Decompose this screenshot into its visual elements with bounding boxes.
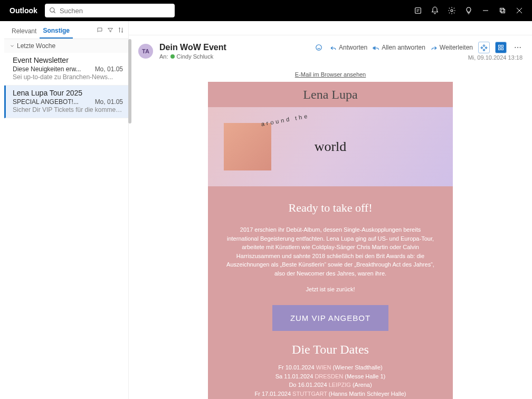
tour-date-row: Sa 11.01.2024 DRESDEN (Messe Halle 1) (208, 372, 453, 381)
hero-arc-text: around the (261, 112, 310, 127)
note-icon[interactable] (410, 0, 426, 21)
svg-rect-10 (499, 45, 501, 48)
presence-icon (170, 54, 175, 59)
subline: Jetzt ist sie zurück! (208, 281, 453, 298)
hero-image: around the world (208, 107, 453, 186)
grid-icon[interactable] (495, 42, 507, 53)
titlebar: Outlook (0, 0, 532, 21)
svg-point-3 (451, 10, 453, 12)
mail-list-pane: Relevant Sonstige Letzte Woche Event New… (4, 21, 129, 399)
tour-date-row: Fr 10.01.2024 WIEN (Wiener Stadthalle) (208, 363, 453, 372)
svg-rect-11 (501, 45, 504, 48)
mail-sender: Event Newsletter (13, 56, 123, 64)
tour-date-row: Fr 17.01.2024 STUTTGART (Hanns Martin Sc… (208, 390, 453, 398)
hero-square (224, 123, 271, 170)
hero-script-text: world (315, 139, 347, 155)
section-label: Letzte Woche (17, 42, 55, 50)
svg-point-9 (316, 45, 322, 51)
gear-icon[interactable] (443, 0, 460, 21)
svg-rect-2 (415, 8, 421, 14)
search-wrap (45, 4, 175, 17)
minimize-icon[interactable] (477, 0, 494, 21)
more-icon[interactable]: ⋯ (512, 42, 524, 53)
reply-label: Antworten (339, 44, 367, 51)
bell-icon[interactable] (426, 0, 443, 21)
headline: Ready to take off! (208, 186, 453, 222)
message-timestamp: Mi, 09.10.2024 13:18 (468, 54, 522, 61)
mail-item[interactable]: Event Newsletter Diese Neuigkeiten erw..… (4, 53, 128, 86)
mail-item[interactable]: Lena Lupa Tour 2025 SPECIAL ANGEBOT!...M… (4, 86, 128, 118)
inbox-tabs: Relevant Sonstige (4, 21, 128, 39)
tour-date-row: Do 16.01.2024 LEIPZIG (Arena) (208, 381, 453, 390)
tour-dates: Fr 10.01.2024 WIEN (Wiener Stadthalle)Sa… (208, 363, 453, 399)
maximize-icon[interactable] (494, 0, 511, 21)
section-last-week[interactable]: Letzte Woche (4, 39, 128, 53)
svg-rect-5 (500, 8, 504, 12)
mail-sender: Lena Lupa Tour 2025 (13, 89, 123, 97)
bulb-icon[interactable] (460, 0, 477, 21)
mail-date: Mo, 01.05 (95, 98, 123, 106)
svg-line-1 (54, 12, 55, 13)
message-header: TA Dein WoW Event An: Cindy Schluck Antw… (129, 35, 532, 62)
chevron-down-icon (10, 43, 15, 49)
chat-icon[interactable] (97, 27, 103, 35)
mail-preview: Sei up-to-date zu Branchen-News... (13, 73, 123, 81)
mail-subject: Diese Neuigkeiten erw... (13, 65, 81, 73)
svg-rect-12 (499, 48, 501, 50)
sort-icon[interactable] (118, 27, 124, 35)
apps-icon[interactable] (478, 42, 490, 53)
replyall-button[interactable]: Allen antworten (373, 44, 425, 51)
newsletter: E-Mail im Browser ansehen Lena Lupa arou… (208, 71, 453, 399)
cta-button[interactable]: ZUM VIP ANGEBOT (272, 305, 388, 331)
message-actions: Antworten Allen antworten Weiterleiten ⋯ (313, 42, 524, 53)
avatar: TA (138, 44, 153, 59)
svg-rect-6 (501, 10, 505, 13)
mail-preview: Sicher Dir VIP Tickets für die kommend..… (13, 106, 123, 113)
smile-icon[interactable] (313, 42, 325, 53)
left-gutter (0, 21, 4, 399)
tab-other[interactable]: Sonstige (40, 24, 73, 39)
reading-pane: TA Dein WoW Event An: Cindy Schluck Antw… (129, 35, 532, 399)
newsletter-logo: Lena Lupa (208, 82, 453, 107)
filter-icon[interactable] (107, 27, 113, 35)
forward-label: Weiterleiten (440, 44, 473, 51)
forward-button[interactable]: Weiterleiten (431, 44, 473, 51)
mail-date: Mo, 01.05 (95, 65, 123, 73)
close-icon[interactable] (511, 0, 528, 21)
search-input[interactable] (45, 4, 175, 17)
tab-relevant[interactable]: Relevant (8, 24, 40, 38)
svg-point-0 (50, 8, 54, 12)
message-body: E-Mail im Browser ansehen Lena Lupa arou… (129, 62, 532, 399)
replyall-label: Allen antworten (382, 44, 425, 51)
svg-rect-13 (501, 48, 504, 50)
dates-title: Die Tour Dates (208, 338, 453, 363)
to-name: Cindy Schluck (177, 53, 214, 60)
paragraph: 2017 erschien ihr Debüt-Album, dessen Si… (208, 222, 453, 281)
mail-subject: SPECIAL ANGEBOT!... (13, 98, 79, 106)
search-icon (49, 7, 56, 14)
app-brand: Outlook (4, 6, 43, 15)
to-label: An: (159, 53, 168, 60)
view-in-browser-link[interactable]: E-Mail im Browser ansehen (208, 71, 453, 82)
reply-button[interactable]: Antworten (330, 44, 367, 51)
